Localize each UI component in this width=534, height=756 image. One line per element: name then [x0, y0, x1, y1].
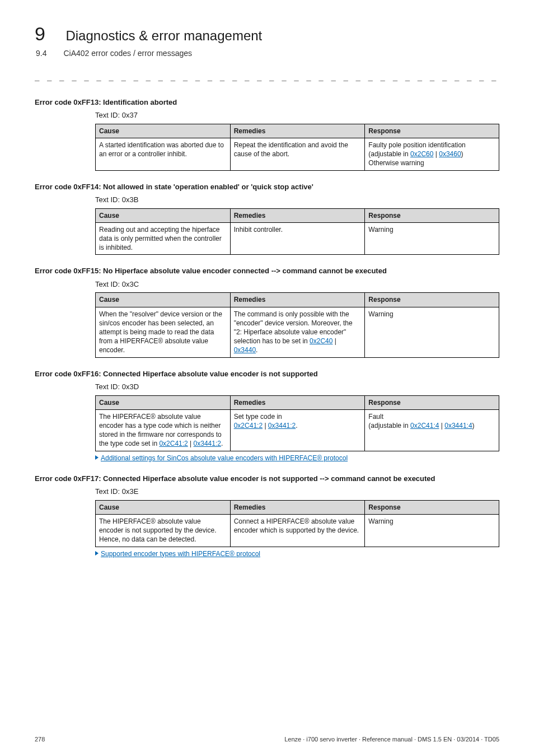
- col-response: Response: [365, 124, 499, 138]
- cell-response: Faulty pole position identification (adj…: [365, 138, 499, 170]
- col-response: Response: [365, 500, 499, 514]
- table-row: The HIPERFACE® absolute value encoder ha…: [96, 409, 499, 451]
- table-row: The HIPERFACE® absolute value encoder is…: [96, 515, 499, 547]
- cell-response: Warning: [365, 515, 499, 547]
- link-0x3440[interactable]: 0x3440: [234, 346, 256, 354]
- text-id: Text ID: 0x3D: [95, 382, 499, 392]
- col-cause: Cause: [96, 124, 231, 138]
- error-heading-ff14: Error code 0xFF14: Not allowed in state …: [35, 182, 499, 192]
- cell-response: Warning: [365, 222, 499, 255]
- col-remedies: Remedies: [230, 395, 365, 409]
- link-0x2c41-2[interactable]: 0x2C41:2: [234, 422, 263, 430]
- cell-response: Warning: [365, 307, 499, 357]
- doc-footer: Lenze · i700 servo inverter · Reference …: [284, 735, 499, 744]
- cell-remedies: Inhibit controller.: [230, 222, 365, 255]
- link-0x2c41-2[interactable]: 0x2C41:2: [159, 440, 188, 447]
- cell-cause: When the "resolver" device version or th…: [96, 307, 231, 357]
- link-0x2c41-4[interactable]: 0x2C41:4: [410, 422, 439, 430]
- cell-remedies: Connect a HIPERFACE® absolute value enco…: [230, 515, 365, 547]
- col-response: Response: [365, 293, 499, 307]
- arrow-right-icon: [95, 551, 99, 556]
- link-0x3441-2[interactable]: 0x3441:2: [194, 440, 221, 447]
- link-0x3441-4[interactable]: 0x3441:4: [444, 422, 472, 430]
- text-id: Text ID: 0x3E: [95, 487, 499, 497]
- section-number: 9.4: [35, 48, 46, 59]
- error-table: Cause Remedies Response The HIPERFACE® a…: [95, 395, 499, 451]
- text-id: Text ID: 0x3C: [95, 279, 499, 290]
- col-response: Response: [365, 395, 499, 409]
- col-response: Response: [365, 208, 499, 222]
- separator-dashes: _ _ _ _ _ _ _ _ _ _ _ _ _ _ _ _ _ _ _ _ …: [35, 71, 499, 82]
- error-heading-ff16: Error code 0xFF16: Connected Hiperface a…: [35, 369, 499, 379]
- error-heading-ff13: Error code 0xFF13: Identification aborte…: [35, 97, 499, 108]
- link-0x2c60[interactable]: 0x2C60: [410, 150, 433, 158]
- cell-cause: Reading out and accepting the hiperface …: [96, 222, 231, 255]
- error-table: Cause Remedies Response Reading out and …: [95, 208, 499, 255]
- col-remedies: Remedies: [230, 293, 365, 307]
- cell-remedies: Set type code in 0x2C41:2 | 0x3441:2.: [230, 409, 365, 451]
- col-cause: Cause: [96, 208, 231, 222]
- link-supported-encoder-types[interactable]: Supported encoder types with HIPERFACE® …: [101, 550, 260, 558]
- chapter-number: 9: [35, 21, 45, 47]
- cell-remedies: The command is only possible with the "e…: [230, 307, 365, 357]
- col-remedies: Remedies: [230, 124, 365, 138]
- col-remedies: Remedies: [230, 208, 365, 222]
- link-0x3441-2[interactable]: 0x3441:2: [268, 422, 296, 430]
- col-cause: Cause: [96, 293, 231, 307]
- col-remedies: Remedies: [230, 500, 365, 514]
- link-0x2c40[interactable]: 0x2C40: [310, 337, 332, 345]
- table-row: Reading out and accepting the hiperface …: [96, 222, 499, 255]
- chapter-title: Diagnostics & error management: [65, 27, 262, 45]
- page-number: 278: [35, 735, 45, 744]
- arrow-right-icon: [95, 455, 99, 460]
- col-cause: Cause: [96, 500, 231, 514]
- error-table: Cause Remedies Response The HIPERFACE® a…: [95, 500, 499, 547]
- text-id: Text ID: 0x37: [95, 110, 499, 120]
- cell-cause: The HIPERFACE® absolute value encoder is…: [96, 515, 231, 547]
- cell-cause: A started identification was aborted due…: [96, 138, 231, 170]
- col-cause: Cause: [96, 395, 231, 409]
- cell-remedies: Repeat the identification and avoid the …: [230, 138, 365, 170]
- error-table: Cause Remedies Response A started identi…: [95, 124, 499, 171]
- text-id: Text ID: 0x3B: [95, 195, 499, 205]
- section-title: CiA402 error codes / error messages: [63, 48, 192, 59]
- link-0x3460[interactable]: 0x3460: [439, 150, 461, 158]
- link-additional-settings[interactable]: Additional settings for SinCos absolute …: [101, 454, 348, 462]
- error-table: Cause Remedies Response When the "resolv…: [95, 292, 499, 357]
- cell-response: Fault (adjustable in 0x2C41:4 | 0x3441:4…: [365, 409, 499, 451]
- error-heading-ff15: Error code 0xFF15: No Hiperface absolute…: [35, 266, 499, 276]
- table-row: When the "resolver" device version or th…: [96, 307, 499, 357]
- cell-cause: The HIPERFACE® absolute value encoder ha…: [96, 409, 231, 451]
- error-heading-ff17: Error code 0xFF17: Connected Hiperface a…: [35, 474, 499, 484]
- table-row: A started identification was aborted due…: [96, 138, 499, 170]
